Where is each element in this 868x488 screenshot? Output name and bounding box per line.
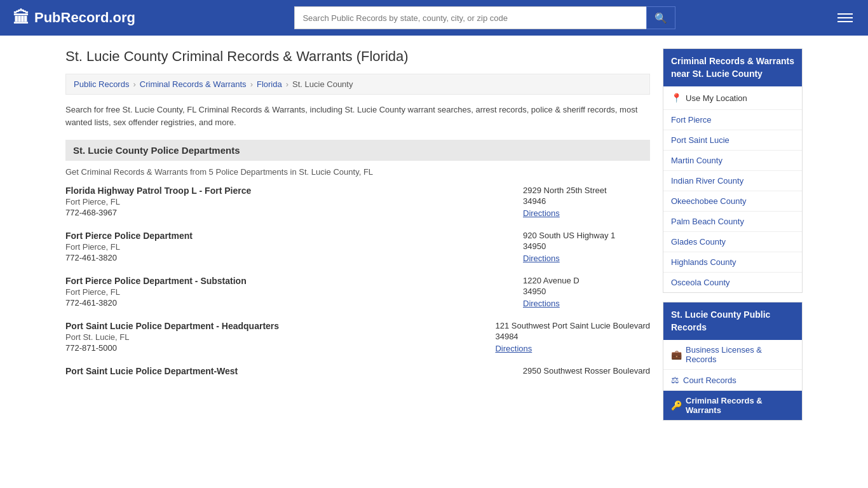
sidebar-public-records-item[interactable]: ⚖Court Records: [663, 370, 802, 391]
header: 🏛 PubRecord.org 🔍: [0, 0, 868, 36]
dept-zip: 34946: [523, 196, 650, 206]
page-description: Search for free St. Lucie County, FL Cri…: [65, 104, 650, 128]
nearby-header-text: Criminal Records & Warrants near St. Luc…: [671, 56, 794, 79]
dept-left-1: Fort Pierce Police Department Fort Pierc…: [65, 231, 510, 263]
dept-phone: 772-461-3820: [65, 253, 510, 262]
nearby-list: Criminal Records & Warrants near St. Luc…: [663, 48, 803, 293]
table-row: Port Saint Lucie Police Department - Hea…: [65, 321, 650, 353]
table-row: Fort Pierce Police Department - Substati…: [65, 276, 650, 308]
dept-name: Fort Pierce Police Department - Substati…: [65, 276, 510, 286]
dept-left-2: Fort Pierce Police Department - Substati…: [65, 276, 510, 308]
dept-city: Fort Pierce, FL: [65, 197, 510, 207]
dept-address: 1220 Avenue D: [523, 276, 650, 285]
department-list: Florida Highway Patrol Troop L - Fort Pi…: [65, 186, 650, 377]
menu-bar-3: [837, 21, 853, 22]
page-title: St. Lucie County Criminal Records & Warr…: [65, 48, 650, 65]
directions-link[interactable]: Directions: [523, 299, 560, 308]
sidebar-nearby-item[interactable]: Port Saint Lucie: [663, 130, 802, 151]
dept-right-2: 1220 Avenue D 34950 Directions: [523, 276, 650, 308]
menu-button[interactable]: [835, 11, 855, 25]
dept-left-3: Port Saint Lucie Police Department - Hea…: [65, 321, 482, 353]
directions-link[interactable]: Directions: [523, 254, 560, 263]
pin-icon: 📍: [671, 93, 682, 103]
dept-name: Florida Highway Patrol Troop L - Fort Pi…: [65, 186, 510, 196]
dept-city: Fort Pierce, FL: [65, 287, 510, 297]
sidebar-public-records-item[interactable]: 💼Business Licenses & Records: [663, 340, 802, 370]
public-records-list: St. Lucie County Public Records 💼Busines…: [663, 302, 803, 421]
site-logo[interactable]: 🏛 PubRecord.org: [13, 8, 135, 28]
breadcrumb-florida[interactable]: Florida: [257, 79, 282, 89]
dept-city: Fort Pierce, FL: [65, 242, 510, 252]
breadcrumb-criminal-records[interactable]: Criminal Records & Warrants: [140, 79, 247, 89]
dept-address: 2929 North 25th Street: [523, 186, 650, 195]
sidebar-nearby-item[interactable]: Okeechobee County: [663, 191, 802, 212]
dept-name: Fort Pierce Police Department: [65, 231, 510, 241]
sidebar-nearby-item[interactable]: Glades County: [663, 232, 802, 252]
sidebar-item-label: Criminal Records & Warrants: [686, 396, 794, 415]
building-icon: 🏛: [13, 8, 29, 28]
search-button[interactable]: 🔍: [646, 6, 675, 29]
sidebar-item-label: Business Licenses & Records: [686, 345, 794, 364]
section-sub: Get Criminal Records & Warrants from 5 P…: [65, 167, 650, 177]
sidebar-nearby-item[interactable]: Indian River County: [663, 171, 802, 191]
dept-right-0: 2929 North 25th Street 34946 Directions: [523, 186, 650, 218]
nearby-header: Criminal Records & Warrants near St. Luc…: [663, 49, 802, 86]
sidebar-item-label: Court Records: [683, 376, 736, 385]
sidebar-nearby-item[interactable]: Fort Pierce: [663, 110, 802, 130]
briefcase-icon: 💼: [671, 349, 682, 360]
dept-zip: 34950: [523, 241, 650, 251]
menu-bar-1: [837, 13, 853, 15]
nearby-items-container: Fort PiercePort Saint LucieMartin County…: [663, 110, 802, 292]
key-icon: 🔑: [671, 400, 682, 410]
search-bar: 🔍: [294, 6, 675, 29]
dept-left-0: Florida Highway Patrol Troop L - Fort Pi…: [65, 186, 510, 218]
use-location-label: Use My Location: [686, 93, 747, 103]
content-left: St. Lucie County Criminal Records & Warr…: [65, 48, 650, 430]
sidebar-nearby-item[interactable]: Palm Beach County: [663, 212, 802, 232]
dept-right-3: 121 Southwest Port Saint Lucie Boulevard…: [495, 321, 650, 353]
sidebar-public-records-item[interactable]: 🔑Criminal Records & Warrants: [663, 391, 802, 420]
table-row: Port Saint Lucie Police Department-West …: [65, 366, 650, 377]
sidebar-nearby-item[interactable]: Martin County: [663, 151, 802, 171]
breadcrumb-sep-1: ›: [133, 79, 135, 89]
scale-icon: ⚖: [671, 375, 679, 385]
dept-right-1: 920 South US Highway 1 34950 Directions: [523, 231, 650, 263]
breadcrumb-sep-3: ›: [286, 79, 288, 89]
dept-address: 2950 Southwest Rosser Boulevard: [523, 366, 650, 376]
directions-link[interactable]: Directions: [495, 344, 532, 353]
directions-link[interactable]: Directions: [523, 208, 560, 218]
sidebar-nearby-item[interactable]: Highlands County: [663, 252, 802, 273]
dept-phone: 772-461-3820: [65, 298, 510, 308]
sidebar-nearby-item[interactable]: Osceola County: [663, 273, 802, 292]
dept-zip: 34984: [495, 332, 650, 341]
public-records-items-container: 💼Business Licenses & Records⚖Court Recor…: [663, 340, 802, 420]
dept-zip: 34950: [523, 287, 650, 296]
main-content: St. Lucie County Criminal Records & Warr…: [53, 48, 815, 430]
public-records-header: St. Lucie County Public Records: [663, 302, 802, 340]
use-location-item[interactable]: 📍 Use My Location: [663, 86, 802, 110]
logo-text: PubRecord.org: [34, 10, 135, 26]
table-row: Florida Highway Patrol Troop L - Fort Pi…: [65, 186, 650, 218]
breadcrumb-current: St. Lucie County: [292, 79, 353, 89]
menu-bar-2: [837, 17, 853, 18]
dept-phone: 772-871-5000: [65, 343, 482, 353]
section-header: St. Lucie County Police Departments: [65, 140, 650, 161]
dept-name: Port Saint Lucie Police Department-West: [65, 366, 510, 376]
dept-address: 121 Southwest Port Saint Lucie Boulevard: [495, 321, 650, 330]
search-input[interactable]: [294, 6, 646, 29]
table-row: Fort Pierce Police Department Fort Pierc…: [65, 231, 650, 263]
dept-left-4: Port Saint Lucie Police Department-West: [65, 366, 510, 377]
dept-right-4: 2950 Southwest Rosser Boulevard: [523, 366, 650, 377]
dept-phone: 772-468-3967: [65, 208, 510, 217]
breadcrumb-sep-2: ›: [250, 79, 253, 89]
public-records-header-text: St. Lucie County Public Records: [671, 309, 770, 332]
breadcrumb: Public Records › Criminal Records & Warr…: [65, 74, 650, 95]
sidebar: Criminal Records & Warrants near St. Luc…: [663, 48, 803, 430]
dept-address: 920 South US Highway 1: [523, 231, 650, 240]
dept-name: Port Saint Lucie Police Department - Hea…: [65, 321, 482, 331]
breadcrumb-public-records[interactable]: Public Records: [74, 79, 129, 89]
dept-city: Port St. Lucie, FL: [65, 332, 482, 342]
